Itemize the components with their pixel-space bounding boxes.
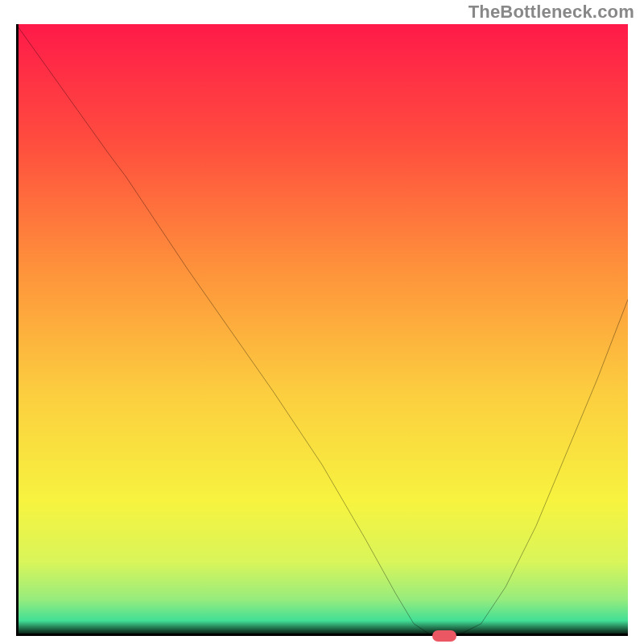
- chart-container: TheBottleneck.com: [0, 0, 644, 644]
- watermark-label: TheBottleneck.com: [469, 2, 634, 23]
- chart-frame: [16, 24, 628, 636]
- svg-rect-0: [16, 24, 628, 636]
- selected-point-marker: [432, 630, 456, 642]
- gradient-background: [16, 24, 628, 636]
